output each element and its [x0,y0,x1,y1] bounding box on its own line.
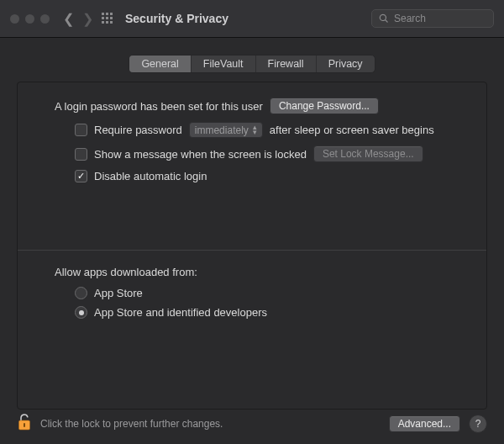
require-password-label-pre: Require password [94,124,182,136]
nav-buttons: ❮ ❯ [63,11,93,27]
tab-firewall[interactable]: Firewall [256,56,317,72]
allow-apps-app-store-radio[interactable] [75,287,87,299]
footer-bar: Click the lock to prevent further change… [0,404,504,444]
allow-apps-identified-label: App Store and identified developers [94,306,267,319]
login-password-set-label: A login password has been set for this u… [55,100,263,113]
allow-apps-heading: Allow apps downloaded from: [55,266,466,278]
disable-auto-login-checkbox[interactable] [75,170,87,182]
show-lock-message-label: Show a message when the screen is locked [94,148,307,161]
tab-filevault[interactable]: FileVault [192,56,256,72]
search-placeholder: Search [394,13,426,24]
settings-panel: A login password has been set for this u… [17,82,487,410]
window-traffic-lights [10,14,50,24]
require-password-delay-value: immediately [195,124,249,136]
svg-rect-1 [24,423,25,427]
minimize-window-dot[interactable] [25,14,34,24]
zoom-window-dot[interactable] [40,14,50,24]
back-button[interactable]: ❮ [63,11,74,27]
allow-apps-app-store-label: App Store [94,287,143,299]
search-field[interactable]: Search [371,9,494,28]
require-password-checkbox[interactable] [75,124,87,136]
show-lock-message-checkbox[interactable] [75,148,87,161]
change-password-button[interactable]: Change Password... [270,98,379,114]
help-button[interactable]: ? [469,415,487,433]
search-icon [379,13,389,24]
forward-button[interactable]: ❯ [82,11,93,27]
lock-icon[interactable] [17,413,32,434]
advanced-button[interactable]: Advanced... [389,415,460,432]
stepper-icon [253,124,257,136]
allow-apps-identified-radio[interactable] [75,306,87,319]
all-preferences-icon[interactable] [102,13,113,24]
set-lock-message-button[interactable]: Set Lock Message... [313,145,423,162]
lock-hint-text: Click the lock to prevent further change… [40,418,223,430]
window-toolbar: ❮ ❯ Security & Privacy Search [0,0,504,38]
tab-bar: General FileVault Firewall Privacy [129,55,375,73]
require-password-label-post: after sleep or screen saver begins [270,124,434,136]
require-password-delay-select[interactable]: immediately [189,122,263,138]
panel-divider [18,250,486,251]
tab-privacy[interactable]: Privacy [317,56,375,72]
tab-general[interactable]: General [129,56,191,72]
disable-auto-login-label: Disable automatic login [94,170,207,182]
close-window-dot[interactable] [10,14,19,24]
window-title: Security & Privacy [125,12,228,25]
